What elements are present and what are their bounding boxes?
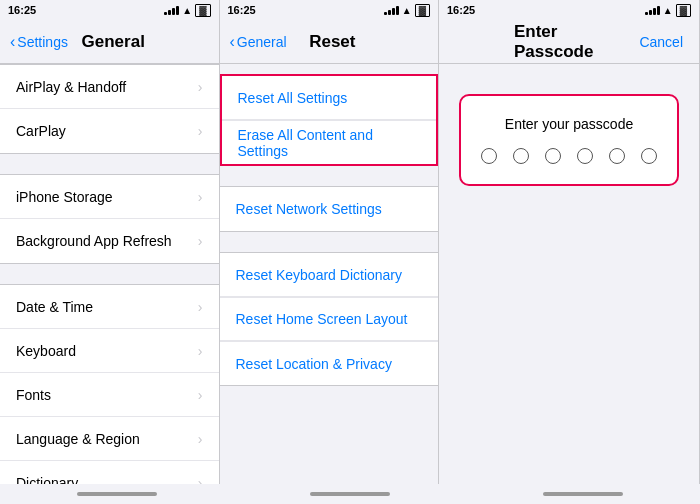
battery-icon-1: ▓ [195,4,210,17]
reset-network-row[interactable]: Reset Network Settings [220,187,439,231]
dot-6 [641,148,657,164]
status-bar-2: 16:25 ▲ ▓ [220,0,439,20]
airplay-chevron: › [198,79,203,95]
datetime-right: › [198,299,203,315]
carplay-right: › [198,123,203,139]
home-indicators [0,484,700,504]
reset-list: Reset All Settings Erase All Content and… [220,64,439,484]
language-label: Language & Region [16,431,140,447]
back-button-1[interactable]: ‹ Settings [10,33,68,51]
reset-top-group: Reset All Settings Erase All Content and… [220,74,439,166]
language-right: › [198,431,203,447]
storage-label: iPhone Storage [16,189,113,205]
back-chevron-1: ‹ [10,33,15,51]
dot-1 [481,148,497,164]
background-label: Background App Refresh [16,233,172,249]
reset-homescreen-row[interactable]: Reset Home Screen Layout [220,297,439,341]
reset-keyboard-row[interactable]: Reset Keyboard Dictionary [220,253,439,297]
dot-5 [609,148,625,164]
cancel-button[interactable]: Cancel [639,34,683,50]
language-row[interactable]: Language & Region › [0,417,219,461]
home-indicator-1 [0,484,233,504]
passcode-dots [481,148,657,164]
dictionary-right: › [198,475,203,484]
status-bar-1: 16:25 ▲ ▓ [0,0,219,20]
dictionary-row[interactable]: Dictionary › [0,461,219,484]
background-right: › [198,233,203,249]
dot-2 [513,148,529,164]
reset-network-label: Reset Network Settings [236,201,382,217]
reset-location-label: Reset Location & Privacy [236,356,392,372]
carplay-row[interactable]: CarPlay › [0,109,219,153]
fonts-right: › [198,387,203,403]
datetime-chevron: › [198,299,203,315]
wifi-icon-3: ▲ [663,5,673,16]
time-2: 16:25 [228,4,256,16]
home-indicator-3 [467,484,700,504]
reset-all-label: Reset All Settings [238,90,348,106]
nav-title-2: Reset [309,32,355,52]
signal-icon-1 [164,6,179,15]
datetime-label: Date & Time [16,299,93,315]
reset-all-row[interactable]: Reset All Settings [222,76,437,120]
signal-icon-2 [384,6,399,15]
battery-icon-2: ▓ [415,4,430,17]
time-1: 16:25 [8,4,36,16]
wifi-icon-1: ▲ [182,5,192,16]
reset-other-group: Reset Keyboard Dictionary Reset Home Scr… [220,252,439,386]
fonts-chevron: › [198,387,203,403]
storage-row[interactable]: iPhone Storage › [0,175,219,219]
dot-3 [545,148,561,164]
back-button-2[interactable]: ‹ General [230,33,287,51]
nav-title-1: General [82,32,145,52]
section-airplay: AirPlay & Handoff › CarPlay › [0,64,219,154]
passcode-prompt: Enter your passcode [505,116,633,132]
home-indicator-2 [233,484,466,504]
section-storage: iPhone Storage › Background App Refresh … [0,174,219,264]
nav-bar-3: Enter Passcode Cancel [439,20,699,64]
back-chevron-2: ‹ [230,33,235,51]
nav-bar-1: ‹ Settings General [0,20,219,64]
background-chevron: › [198,233,203,249]
reset-keyboard-label: Reset Keyboard Dictionary [236,267,403,283]
wifi-icon-2: ▲ [402,5,412,16]
home-bar-3 [543,492,623,496]
background-row[interactable]: Background App Refresh › [0,219,219,263]
battery-icon-3: ▓ [676,4,691,17]
storage-right: › [198,189,203,205]
reset-panel: 16:25 ▲ ▓ ‹ General Reset [220,0,440,484]
dictionary-label: Dictionary [16,475,78,484]
home-bar-2 [310,492,390,496]
datetime-row[interactable]: Date & Time › [0,285,219,329]
settings-list: AirPlay & Handoff › CarPlay › iPhone Sto… [0,64,219,484]
dictionary-chevron: › [198,475,203,484]
passcode-panel: 16:25 ▲ ▓ Enter Passcode Cancel Enter yo… [439,0,700,484]
back-label-2[interactable]: General [237,34,287,50]
back-label-1[interactable]: Settings [17,34,68,50]
airplay-right: › [198,79,203,95]
status-bar-3: 16:25 ▲ ▓ [439,0,699,20]
keyboard-row[interactable]: Keyboard › [0,329,219,373]
language-chevron: › [198,431,203,447]
status-icons-3: ▲ ▓ [645,4,691,17]
fonts-row[interactable]: Fonts › [0,373,219,417]
airplay-row[interactable]: AirPlay & Handoff › [0,65,219,109]
reset-homescreen-label: Reset Home Screen Layout [236,311,408,327]
nav-bar-2: ‹ General Reset [220,20,439,64]
status-icons-2: ▲ ▓ [384,4,430,17]
carplay-label: CarPlay [16,123,66,139]
carplay-chevron: › [198,123,203,139]
storage-chevron: › [198,189,203,205]
keyboard-chevron: › [198,343,203,359]
airplay-label: AirPlay & Handoff [16,79,126,95]
fonts-label: Fonts [16,387,51,403]
general-panel: 16:25 ▲ ▓ ‹ Settings General [0,0,220,484]
dot-4 [577,148,593,164]
erase-all-row[interactable]: Erase All Content and Settings [222,120,437,164]
time-3: 16:25 [447,4,475,16]
reset-location-row[interactable]: Reset Location & Privacy [220,341,439,385]
keyboard-label: Keyboard [16,343,76,359]
home-bar-1 [77,492,157,496]
reset-network-group: Reset Network Settings [220,186,439,232]
keyboard-right: › [198,343,203,359]
